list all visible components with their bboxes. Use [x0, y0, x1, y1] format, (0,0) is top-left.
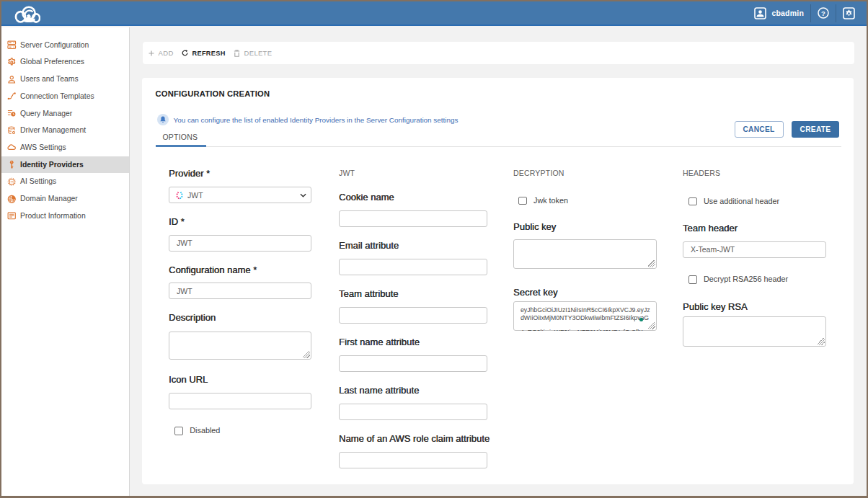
svg-text:?: ?	[821, 9, 825, 17]
